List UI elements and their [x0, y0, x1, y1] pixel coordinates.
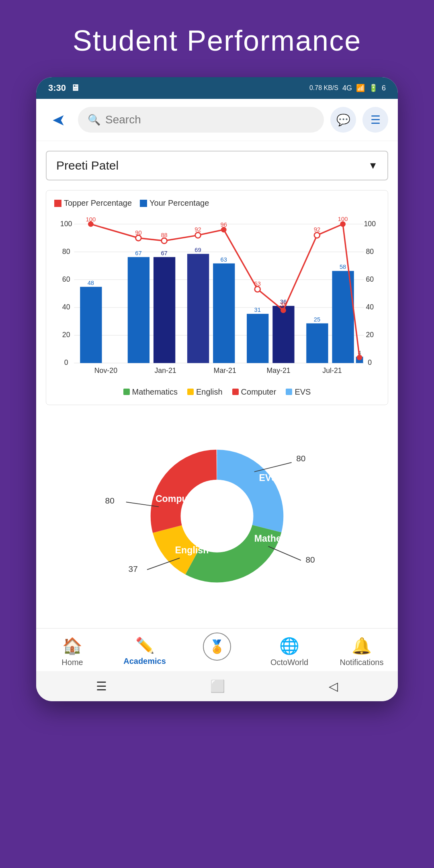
svg-text:67: 67: [161, 250, 167, 256]
dot-4: [195, 232, 201, 238]
svg-text:Compute...: Compute...: [156, 493, 204, 504]
bar-nov20: [80, 287, 102, 363]
svg-text:0: 0: [64, 358, 68, 366]
svg-text:80: 80: [105, 496, 115, 505]
bar-mar21-b: [213, 263, 235, 363]
system-nav: ☰ ⬜ ◁: [36, 671, 398, 701]
svg-text:80: 80: [296, 454, 305, 463]
system-menu-button[interactable]: ☰: [96, 679, 107, 693]
svg-text:67: 67: [135, 250, 141, 256]
network-speed: 0.78 KB/S: [309, 84, 338, 92]
svg-text:100: 100: [364, 220, 376, 228]
bottom-nav: 🏠 Home ✏️ Academics 🏅 🌐 OctoWorld 🔔 Noti…: [36, 628, 398, 671]
screen-icon: 🖥: [71, 83, 80, 93]
home-label: Home: [61, 658, 83, 667]
svg-text:92: 92: [314, 226, 320, 233]
svg-text:40: 40: [62, 303, 70, 311]
nav-notifications[interactable]: 🔔 Notifications: [338, 637, 386, 667]
octoworld-label: OctoWorld: [270, 658, 308, 667]
svg-text:20: 20: [62, 331, 70, 339]
dot-2: [136, 235, 141, 241]
your-legend-label: Your Percentage: [149, 199, 209, 208]
svg-text:63: 63: [221, 256, 227, 263]
topper-legend-label: Topper Percentage: [64, 199, 132, 208]
svg-text:100: 100: [86, 216, 96, 223]
dot-9: [340, 221, 346, 227]
dot-6: [255, 287, 260, 292]
svg-text:20: 20: [366, 331, 374, 339]
page-title: Student Performance: [73, 0, 361, 77]
svg-text:Mathemati...: Mathemati...: [254, 533, 308, 544]
english-dot: [187, 389, 194, 395]
svg-text:English: English: [175, 545, 209, 555]
svg-text:80: 80: [366, 248, 374, 256]
svg-text:0: 0: [368, 358, 372, 366]
main-content: Preeti Patel ▼ Topper Percentage Your Pe…: [36, 141, 398, 628]
svg-text:69: 69: [194, 247, 201, 253]
svg-text:58: 58: [340, 264, 346, 270]
bar-mar21-a: [187, 254, 209, 363]
english-label: English: [196, 387, 223, 397]
svg-text:80: 80: [305, 555, 315, 564]
dot-3: [162, 238, 167, 244]
svg-text:100: 100: [338, 216, 348, 222]
svg-text:88: 88: [161, 232, 167, 238]
dot-7: [280, 307, 286, 313]
bar-chart-svg-wrapper: 100 80 60 40 20 0 100 80 60 40 20 0: [54, 214, 380, 383]
dropdown-arrow-icon: ▼: [368, 160, 378, 171]
bar-may21-b: [272, 306, 294, 363]
back-button[interactable]: ➤: [46, 107, 72, 133]
math-label: Mathematics: [132, 387, 178, 397]
academics-label: Academics: [123, 657, 166, 666]
svg-text:May-21: May-21: [266, 366, 290, 375]
status-left: 3:30 🖥: [48, 83, 80, 93]
nav-home[interactable]: 🏠 Home: [48, 637, 96, 667]
topper-legend: Topper Percentage: [54, 199, 132, 208]
svg-text:40: 40: [366, 303, 374, 311]
english-legend: English: [187, 387, 223, 397]
dot-10: [357, 355, 362, 360]
menu-icon: ☰: [371, 113, 381, 127]
phone-frame: 3:30 🖥 0.78 KB/S 4G 📶 🔋 6 ➤ 🔍 💬 ☰ Pr: [36, 77, 398, 701]
dot-8: [314, 232, 320, 238]
center-nav-circle: 🏅: [203, 633, 231, 661]
academics-icon: ✏️: [135, 637, 154, 654]
evs-dot: [286, 389, 292, 395]
battery-level: 6: [382, 84, 386, 92]
status-bar: 3:30 🖥 0.78 KB/S 4G 📶 🔋 6: [36, 77, 398, 99]
bar-chart-svg: 100 80 60 40 20 0 100 80 60 40 20 0: [54, 214, 380, 381]
nav-octoworld[interactable]: 🌐 OctoWorld: [265, 637, 313, 667]
math-legend: Mathematics: [123, 387, 178, 397]
chat-button[interactable]: 💬: [330, 107, 356, 133]
your-color-box: [140, 200, 147, 207]
data-type: 4G: [342, 84, 352, 92]
bar-jan21-b: [154, 257, 175, 363]
bar-jan21-a: [128, 257, 149, 363]
system-back-button[interactable]: ◁: [329, 679, 338, 693]
dot-5: [221, 227, 227, 233]
octoworld-icon: 🌐: [279, 637, 299, 655]
svg-text:60: 60: [366, 275, 374, 283]
search-bar[interactable]: 🔍: [78, 107, 324, 133]
evs-label: EVS: [295, 387, 311, 397]
svg-text:92: 92: [194, 226, 201, 233]
donut-chart-section: 80 EVS 80 Mathemati... 37 English 80 Com…: [46, 417, 388, 610]
donut-center: [181, 480, 254, 553]
nav-center[interactable]: 🏅: [193, 637, 241, 667]
your-legend: Your Percentage: [140, 199, 209, 208]
svg-text:Nov-20: Nov-20: [94, 366, 117, 375]
svg-text:80: 80: [62, 248, 70, 256]
bar-may21-a: [247, 314, 268, 363]
menu-button[interactable]: ☰: [362, 107, 388, 133]
system-home-button[interactable]: ⬜: [210, 679, 225, 693]
student-dropdown[interactable]: Preeti Patel ▼: [46, 151, 388, 180]
computer-legend: Computer: [232, 387, 276, 397]
svg-text:31: 31: [254, 307, 261, 313]
nav-academics[interactable]: ✏️ Academics: [121, 637, 169, 667]
svg-text:Jan-21: Jan-21: [154, 366, 176, 375]
svg-text:25: 25: [314, 316, 320, 323]
svg-text:EVS: EVS: [259, 473, 277, 483]
search-input[interactable]: [105, 113, 314, 126]
svg-text:38: 38: [280, 301, 287, 308]
svg-text:37: 37: [129, 564, 138, 573]
